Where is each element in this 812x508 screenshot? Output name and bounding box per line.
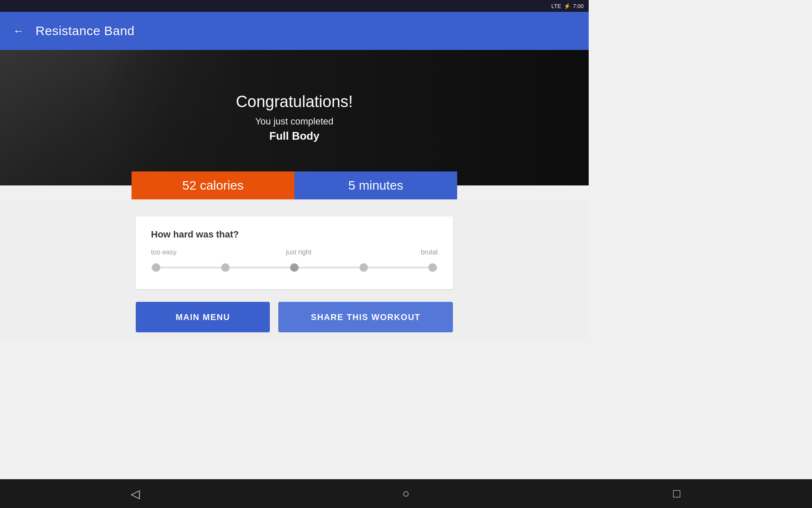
slider-dots xyxy=(151,263,438,272)
app-title: Resistance Band xyxy=(36,24,134,38)
stats-bar: 52 calories 5 minutes xyxy=(132,171,457,199)
action-buttons: MAIN MENU SHARE THIS WORKOUT xyxy=(136,302,453,332)
main-content: How hard was that? too easy just right b… xyxy=(0,199,589,341)
label-just-right: just right xyxy=(286,248,311,256)
hero-content: Congratulations! You just completed Full… xyxy=(236,93,353,143)
status-icons: LTE ⚡ 7:00 xyxy=(551,3,584,9)
status-bar: LTE ⚡ 7:00 xyxy=(0,0,589,12)
slider-dot-1[interactable] xyxy=(152,263,160,272)
slider-dot-2[interactable] xyxy=(221,263,230,272)
congratulations-text: Congratulations! xyxy=(236,93,353,111)
slider-track xyxy=(151,267,438,268)
slider-dot-5[interactable] xyxy=(428,263,437,272)
difficulty-slider[interactable] xyxy=(151,261,438,274)
minutes-stat: 5 minutes xyxy=(294,171,457,199)
battery-icon: ⚡ xyxy=(564,3,571,9)
slider-dot-4[interactable] xyxy=(359,263,368,272)
calories-stat: 52 calories xyxy=(132,171,294,199)
clock: 7:00 xyxy=(573,3,584,9)
back-button[interactable]: ← xyxy=(10,22,27,39)
main-menu-button[interactable]: MAIN MENU xyxy=(136,302,270,332)
difficulty-question: How hard was that? xyxy=(151,229,438,240)
hero-section: Congratulations! You just completed Full… xyxy=(0,50,589,185)
workout-name: Full Body xyxy=(236,130,353,143)
share-workout-button[interactable]: SHARE THIS WORKOUT xyxy=(278,302,453,332)
slider-dot-3[interactable] xyxy=(290,263,299,272)
network-indicator: LTE xyxy=(551,3,561,9)
label-brutal: brutal xyxy=(421,248,438,256)
completed-label: You just completed xyxy=(236,116,353,127)
app-bar: ← Resistance Band xyxy=(0,12,589,50)
difficulty-labels: too easy just right brutal xyxy=(151,248,438,256)
difficulty-card: How hard was that? too easy just right b… xyxy=(136,216,453,289)
label-too-easy: too easy xyxy=(151,248,176,256)
